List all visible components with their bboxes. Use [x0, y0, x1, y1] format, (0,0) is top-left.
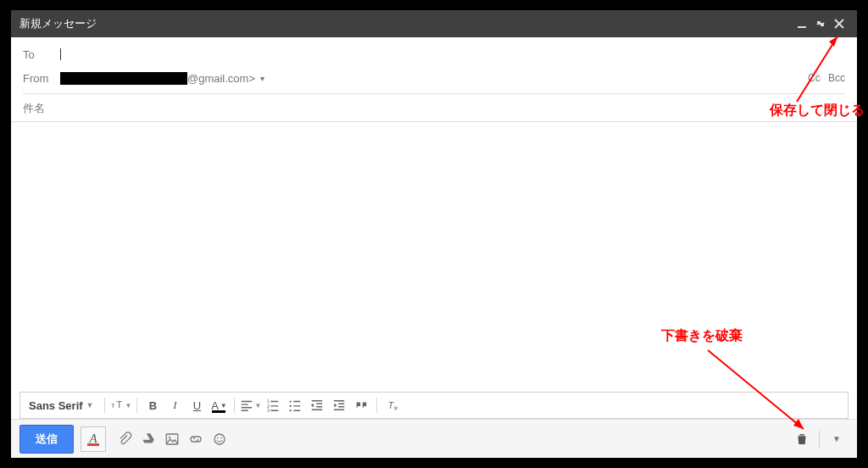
compose-headers: To From @gmail.com> ▾ Cc Bcc — [11, 37, 857, 94]
send-button[interactable]: 送信 — [19, 425, 74, 454]
compose-titlebar: 新規メッセージ — [11, 10, 857, 37]
bullet-list-icon — [288, 398, 302, 412]
from-label: From — [23, 72, 60, 85]
font-family-label: Sans Serif — [29, 399, 83, 412]
indent-less-icon — [310, 398, 324, 412]
svg-point-17 — [220, 437, 222, 438]
from-redacted — [60, 72, 187, 85]
font-size-icon: тT — [110, 398, 124, 412]
text-color-label: A — [211, 399, 219, 412]
bcc-toggle[interactable]: Bcc — [828, 72, 845, 84]
minimize-button[interactable] — [793, 14, 811, 33]
text-color-button[interactable]: A ▼ — [209, 395, 229, 415]
quote-button[interactable] — [351, 395, 371, 415]
svg-text:т: т — [111, 401, 114, 410]
svg-point-15 — [214, 434, 225, 444]
remove-format-icon: T✕ — [386, 398, 399, 412]
cc-toggle[interactable]: Cc — [808, 72, 821, 84]
numbered-list-button[interactable]: 123 — [263, 395, 283, 415]
svg-point-16 — [217, 437, 219, 438]
close-button[interactable] — [830, 14, 849, 33]
svg-rect-13 — [166, 434, 178, 444]
paperclip-icon — [117, 432, 132, 447]
remove-format-button[interactable]: T✕ — [382, 395, 403, 415]
insert-emoji-button[interactable] — [208, 427, 231, 451]
align-button[interactable]: ▼ — [240, 395, 261, 415]
svg-point-10 — [290, 410, 292, 411]
quote-icon — [354, 398, 368, 412]
emoji-icon — [212, 432, 227, 447]
format-toolbar: Sans Serif ▼ тT ▼ B I U A ▼ ▼ 123 — [19, 392, 849, 419]
separator — [234, 398, 235, 413]
to-row[interactable]: To — [23, 42, 845, 66]
separator — [376, 398, 377, 413]
format-toggle-label: A — [89, 432, 97, 446]
font-size-button[interactable]: тT ▼ — [110, 395, 132, 415]
bold-button[interactable]: B — [142, 395, 163, 415]
compose-action-bar: 送信 A ▼ — [11, 419, 857, 458]
format-toggle-button[interactable]: A — [81, 426, 106, 452]
svg-text:3: 3 — [267, 408, 270, 412]
align-icon — [240, 398, 253, 412]
chevron-down-icon: ▼ — [125, 402, 132, 410]
indent-more-button[interactable] — [329, 395, 349, 415]
to-label: To — [23, 48, 60, 61]
insert-drive-button[interactable] — [136, 427, 160, 451]
insert-link-button[interactable] — [184, 427, 208, 451]
separator — [819, 431, 820, 448]
compose-window: 新規メッセージ To From @gmail.com> ▾ Cc Bcc — [11, 10, 857, 458]
compose-title: 新規メッセージ — [19, 16, 793, 31]
chevron-down-icon: ▼ — [220, 402, 227, 410]
separator — [104, 398, 105, 413]
attach-file-button[interactable] — [113, 427, 136, 451]
drive-icon — [141, 432, 156, 447]
to-field[interactable] — [60, 48, 845, 60]
subject-row — [11, 94, 857, 121]
from-suffix: @gmail.com> — [187, 72, 255, 85]
from-row[interactable]: From @gmail.com> ▾ Cc Bcc — [23, 66, 845, 90]
separator — [136, 398, 137, 413]
chevron-down-icon: ▼ — [86, 401, 94, 410]
from-dropdown-caret[interactable]: ▾ — [260, 74, 264, 83]
svg-text:T: T — [116, 399, 122, 410]
indent-more-icon — [332, 398, 346, 412]
svg-point-9 — [290, 405, 292, 407]
chevron-down-icon: ▼ — [832, 434, 841, 443]
action-bar-right: ▼ — [790, 427, 849, 451]
svg-point-8 — [290, 400, 292, 402]
trash-icon — [794, 432, 810, 447]
text-cursor — [60, 48, 61, 60]
indent-less-button[interactable] — [307, 395, 327, 415]
subject-input[interactable] — [23, 94, 845, 121]
discard-draft-button[interactable] — [790, 427, 814, 451]
cc-bcc-toggles: Cc Bcc — [803, 72, 845, 84]
link-icon — [188, 432, 203, 447]
numbered-list-icon: 123 — [266, 398, 280, 412]
italic-button[interactable]: I — [164, 395, 185, 415]
font-family-button[interactable]: Sans Serif ▼ — [24, 395, 99, 415]
from-field[interactable]: @gmail.com> ▾ — [60, 72, 803, 85]
svg-text:✕: ✕ — [393, 405, 398, 412]
bullet-list-button[interactable] — [285, 395, 305, 415]
message-body[interactable] — [11, 122, 857, 392]
underline-button[interactable]: U — [186, 395, 207, 415]
svg-point-14 — [169, 436, 170, 437]
insert-photo-button[interactable] — [160, 427, 184, 451]
popout-button[interactable] — [811, 14, 830, 33]
chevron-down-icon: ▼ — [254, 402, 261, 410]
photo-icon — [164, 432, 180, 447]
more-options-button[interactable]: ▼ — [825, 427, 849, 451]
